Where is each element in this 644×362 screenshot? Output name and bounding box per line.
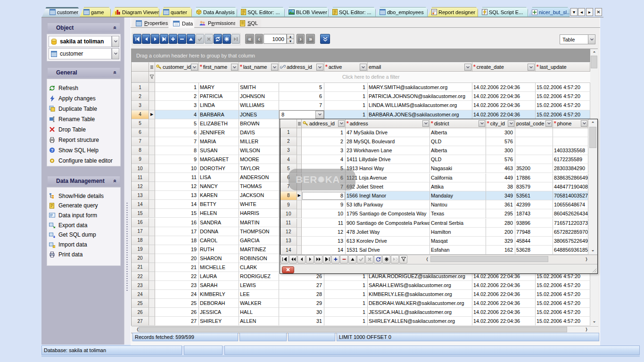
svg-text:?: ? (51, 148, 54, 153)
